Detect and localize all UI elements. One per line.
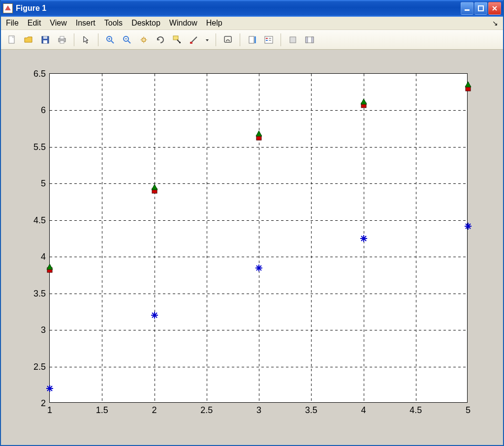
svg-rect-27 — [290, 37, 296, 43]
svg-point-16 — [142, 38, 146, 42]
svg-rect-19 — [224, 36, 231, 42]
svg-rect-20 — [249, 36, 254, 43]
menu-file[interactable]: File — [6, 19, 19, 28]
menu-chevron-icon[interactable]: ↘ — [492, 19, 498, 27]
gridline-horizontal — [50, 257, 467, 257]
data-point — [360, 98, 368, 106]
show-plot-tools-icon[interactable] — [303, 33, 316, 47]
svg-rect-24 — [266, 40, 268, 41]
toolbar-separator — [74, 33, 74, 46]
zoom-in-icon[interactable] — [103, 33, 117, 47]
toolbar — [1, 30, 503, 50]
gridline-horizontal — [50, 183, 467, 184]
pan-icon[interactable] — [137, 33, 151, 47]
svg-rect-30 — [312, 37, 314, 43]
svg-rect-1 — [478, 6, 483, 11]
ytick-label: 2.5 — [33, 361, 46, 372]
ytick-label: 4.5 — [33, 215, 46, 225]
menu-edit[interactable]: Edit — [28, 19, 41, 28]
data-point — [151, 183, 158, 191]
menu-insert[interactable]: Insert — [76, 19, 95, 28]
toolbar-separator — [98, 33, 98, 46]
gridline-horizontal — [50, 294, 467, 294]
axes[interactable]: 22.533.544.555.566.511.522.533.544.55 — [49, 73, 468, 403]
minimize-button[interactable] — [461, 2, 473, 15]
ytick-label: 3.5 — [33, 288, 46, 298]
gridline-vertical — [311, 74, 312, 402]
data-point — [255, 130, 263, 138]
data-point — [151, 311, 158, 319]
toolbar-separator — [216, 33, 216, 46]
gridline-vertical — [155, 74, 155, 402]
menubar: File Edit View Insert Tools Desktop Wind… — [1, 17, 503, 30]
xtick-label: 5 — [466, 405, 471, 416]
close-button[interactable] — [488, 2, 501, 15]
svg-rect-21 — [254, 36, 256, 43]
svg-line-10 — [111, 41, 114, 43]
print-icon[interactable] — [55, 33, 69, 47]
svg-rect-4 — [43, 36, 47, 39]
toolbar-separator — [240, 33, 240, 46]
svg-rect-8 — [60, 41, 64, 43]
ytick-label: 6 — [41, 105, 46, 116]
legend-icon[interactable] — [262, 33, 276, 47]
window-control-buttons — [461, 2, 501, 15]
ytick-label: 4 — [41, 252, 46, 262]
plot-box: 22.533.544.555.566.511.522.533.544.55 — [49, 73, 468, 403]
xtick-label: 1 — [47, 405, 52, 416]
svg-rect-7 — [60, 36, 64, 39]
menu-help[interactable]: Help — [206, 19, 222, 28]
xtick-label: 2 — [152, 405, 157, 416]
figure-canvas[interactable]: 22.533.544.555.566.511.522.533.544.55 — [1, 50, 503, 445]
brush-icon[interactable] — [187, 33, 201, 47]
ytick-label: 6.5 — [33, 69, 46, 79]
gridline-horizontal — [50, 367, 467, 367]
window-title: Figure 1 — [16, 4, 461, 13]
ytick-label: 3 — [41, 325, 46, 335]
svg-rect-17 — [173, 36, 178, 40]
data-point — [464, 81, 472, 89]
data-point — [46, 385, 54, 392]
data-cursor-icon[interactable] — [170, 33, 184, 47]
maximize-button[interactable] — [474, 2, 487, 15]
toolbar-separator — [281, 33, 281, 46]
colorbar-icon[interactable] — [245, 33, 259, 47]
gridline-vertical — [259, 74, 259, 402]
open-folder-icon[interactable] — [22, 33, 35, 47]
ytick-label: 2 — [41, 398, 46, 409]
menu-tools[interactable]: Tools — [104, 19, 123, 28]
pointer-icon[interactable] — [79, 33, 93, 47]
xtick-label: 4 — [361, 405, 366, 416]
xtick-label: 3.5 — [305, 405, 317, 416]
gridline-vertical — [416, 74, 416, 402]
zoom-out-icon[interactable] — [120, 33, 134, 47]
data-point — [255, 264, 263, 272]
rotate-icon[interactable] — [154, 33, 167, 47]
svg-rect-2 — [9, 36, 14, 43]
data-point — [46, 263, 54, 271]
svg-rect-0 — [465, 9, 470, 11]
svg-line-14 — [128, 41, 130, 43]
data-point — [360, 235, 368, 242]
matlab-figure-icon — [3, 3, 13, 13]
menu-window[interactable]: Window — [169, 19, 197, 28]
titlebar[interactable]: Figure 1 — [1, 0, 503, 17]
svg-rect-23 — [266, 38, 268, 39]
ytick-label: 5 — [41, 178, 46, 189]
gridline-horizontal — [50, 110, 467, 111]
xtick-label: 2.5 — [200, 405, 213, 416]
svg-rect-18 — [190, 42, 192, 44]
new-file-icon[interactable] — [5, 33, 19, 47]
gridline-vertical — [207, 74, 207, 402]
gridline-horizontal — [50, 147, 467, 148]
xtick-label: 1.5 — [96, 405, 108, 416]
menu-view[interactable]: View — [50, 19, 66, 28]
svg-rect-5 — [43, 40, 47, 43]
svg-rect-29 — [306, 37, 308, 43]
link-icon[interactable] — [221, 33, 235, 47]
hide-plot-tools-icon[interactable] — [286, 33, 300, 47]
menu-desktop[interactable]: Desktop — [131, 19, 160, 28]
dropdown-icon[interactable] — [204, 33, 211, 47]
ytick-label: 5.5 — [33, 142, 46, 152]
save-icon[interactable] — [38, 33, 52, 47]
